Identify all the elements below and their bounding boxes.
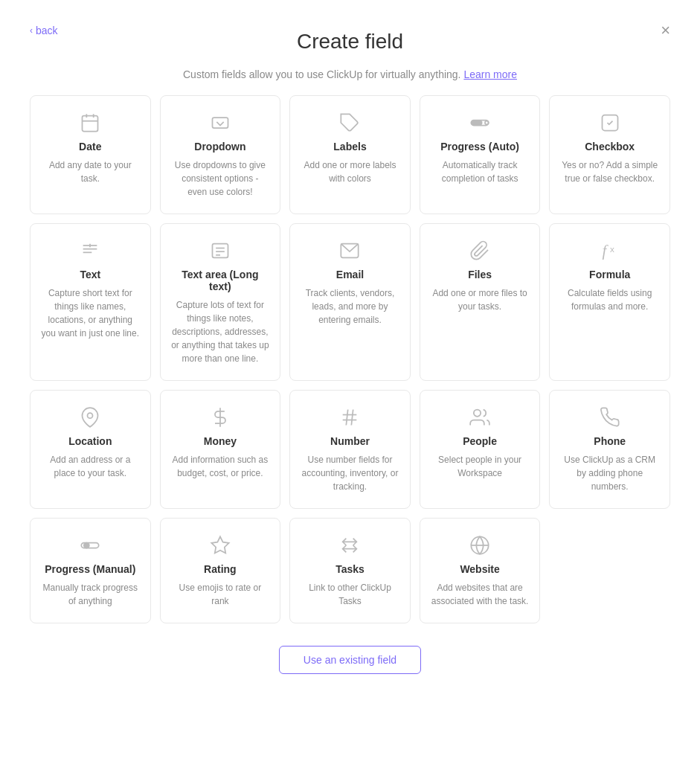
- field-desc-text: Capture short text for things like names…: [41, 286, 140, 340]
- field-desc-dropdown: Use dropdowns to give consistent options…: [171, 158, 270, 199]
- field-name-rating: Rating: [204, 563, 237, 575]
- field-card-email[interactable]: EmailTrack clients, vendors, leads, and …: [289, 223, 411, 381]
- field-card-progress-auto[interactable]: Progress (Auto)Automatically track compl…: [420, 95, 541, 214]
- field-card-people[interactable]: PeopleSelect people in your Workspace: [420, 390, 541, 509]
- field-desc-formula: Calculate fields using formulas and more…: [560, 286, 659, 313]
- svg-point-29: [84, 543, 89, 548]
- progress-auto-icon: [468, 111, 492, 135]
- website-icon: [468, 533, 492, 557]
- field-name-labels: Labels: [333, 141, 366, 153]
- tasks-icon: [338, 533, 362, 557]
- field-desc-progress-auto: Automatically track completion of tasks: [431, 158, 530, 185]
- calendar-icon: [78, 111, 102, 135]
- svg-rect-4: [212, 118, 228, 128]
- svg-text:x: x: [610, 244, 614, 254]
- progress-manual-icon: [78, 533, 102, 557]
- page-title: Create field: [297, 30, 403, 54]
- page-header: ‹ back Create field ×: [0, 0, 700, 61]
- textarea-icon: [208, 239, 232, 263]
- close-button[interactable]: ×: [661, 22, 670, 39]
- field-desc-number: Use number fields for accounting, invent…: [301, 453, 399, 493]
- field-card-formula[interactable]: fxFormulaCalculate fields using formulas…: [549, 223, 670, 381]
- number-icon: [338, 405, 362, 429]
- field-name-website: Website: [460, 563, 499, 575]
- field-name-textarea: Text area (Long text): [171, 269, 270, 292]
- field-card-date[interactable]: DateAdd any date to your task.: [30, 95, 151, 214]
- back-button[interactable]: ‹ back: [30, 25, 58, 36]
- field-card-phone[interactable]: PhoneUse ClickUp as a CRM by adding phon…: [549, 390, 670, 509]
- location-icon: [78, 405, 102, 429]
- field-desc-tasks: Link to other ClickUp Tasks: [301, 581, 399, 608]
- field-card-progress-manual[interactable]: Progress (Manual)Manually track progress…: [30, 518, 151, 623]
- files-icon: [468, 239, 492, 263]
- field-desc-email: Track clients, vendors, leads, and more …: [301, 286, 399, 327]
- field-name-tasks: Tasks: [335, 563, 365, 575]
- people-icon: [468, 405, 492, 429]
- field-name-people: People: [463, 435, 497, 447]
- field-desc-files: Add one or more files to your tasks.: [431, 286, 530, 313]
- field-desc-checkbox: Yes or no? Add a simple true or false ch…: [560, 158, 659, 185]
- svg-point-8: [485, 121, 489, 125]
- field-name-email: Email: [336, 269, 364, 280]
- svg-line-25: [347, 410, 348, 426]
- label-icon: [338, 111, 362, 135]
- dropdown-icon: [208, 111, 232, 135]
- learn-more-link[interactable]: Learn more: [463, 68, 517, 80]
- field-card-text[interactable]: TextCapture short text for things like n…: [30, 223, 151, 381]
- field-desc-phone: Use ClickUp as a CRM by adding phone num…: [560, 453, 659, 493]
- svg-point-27: [474, 410, 481, 417]
- money-icon: [208, 405, 232, 429]
- email-icon: [338, 239, 362, 263]
- field-name-files: Files: [468, 269, 492, 280]
- svg-point-21: [88, 413, 93, 418]
- field-card-dropdown[interactable]: DropdownUse dropdowns to give consistent…: [160, 95, 281, 214]
- phone-icon: [598, 405, 622, 429]
- field-card-money[interactable]: MoneyAdd information such as budget, cos…: [160, 390, 281, 509]
- back-label: back: [36, 25, 58, 36]
- field-name-location: Location: [68, 435, 112, 447]
- field-name-text: Text: [80, 269, 100, 280]
- fields-grid: DateAdd any date to your task.DropdownUs…: [0, 95, 700, 623]
- field-name-money: Money: [204, 435, 237, 447]
- field-desc-textarea: Capture lots of text for things like not…: [171, 298, 270, 365]
- svg-rect-7: [471, 121, 482, 126]
- svg-rect-0: [83, 116, 98, 132]
- field-name-date: Date: [79, 141, 101, 153]
- field-card-tasks[interactable]: TasksLink to other ClickUp Tasks: [289, 518, 411, 623]
- text-icon: [78, 239, 102, 263]
- field-name-progress-auto: Progress (Auto): [440, 141, 519, 153]
- field-desc-location: Add an address or a place to your task.: [41, 453, 140, 480]
- field-desc-labels: Add one or more labels with colors: [301, 158, 399, 185]
- field-name-checkbox: Checkbox: [585, 141, 635, 153]
- field-card-website[interactable]: WebsiteAdd websites that are associated …: [420, 518, 541, 623]
- svg-text:f: f: [602, 242, 609, 260]
- rating-icon: [208, 533, 232, 557]
- field-card-textarea[interactable]: Text area (Long text)Capture lots of tex…: [160, 223, 281, 381]
- field-card-files[interactable]: FilesAdd one or more files to your tasks…: [420, 223, 541, 381]
- bottom-bar: Use an existing field: [0, 623, 700, 696]
- field-name-phone: Phone: [594, 435, 626, 447]
- field-card-location[interactable]: LocationAdd an address or a place to you…: [30, 390, 151, 509]
- field-name-number: Number: [330, 435, 370, 447]
- field-desc-rating: Use emojis to rate or rank: [171, 581, 270, 608]
- use-existing-button[interactable]: Use an existing field: [279, 646, 421, 674]
- field-desc-progress-manual: Manually track progress of anything: [41, 581, 140, 608]
- formula-icon: fx: [598, 239, 622, 263]
- field-name-dropdown: Dropdown: [194, 141, 245, 153]
- chevron-left-icon: ‹: [30, 25, 33, 36]
- field-card-number[interactable]: NumberUse number fields for accounting, …: [289, 390, 411, 509]
- field-card-labels[interactable]: LabelsAdd one or more labels with colors: [289, 95, 411, 214]
- field-card-rating[interactable]: RatingUse emojis to rate or rank: [160, 518, 281, 623]
- field-desc-date: Add any date to your task.: [41, 158, 140, 185]
- subtitle-text: Custom fields allow you to use ClickUp f…: [0, 61, 700, 95]
- field-desc-money: Add information such as budget, cost, or…: [171, 453, 270, 480]
- svg-line-26: [352, 410, 353, 426]
- field-desc-people: Select people in your Workspace: [431, 453, 530, 480]
- field-name-formula: Formula: [589, 269, 630, 280]
- svg-marker-30: [211, 536, 228, 553]
- checkbox-icon: [598, 111, 622, 135]
- field-card-checkbox[interactable]: CheckboxYes or no? Add a simple true or …: [549, 95, 670, 214]
- subtitle-main: Custom fields allow you to use ClickUp f…: [183, 68, 461, 80]
- field-name-progress-manual: Progress (Manual): [45, 563, 135, 575]
- field-desc-website: Add websites that are associated with th…: [431, 581, 530, 608]
